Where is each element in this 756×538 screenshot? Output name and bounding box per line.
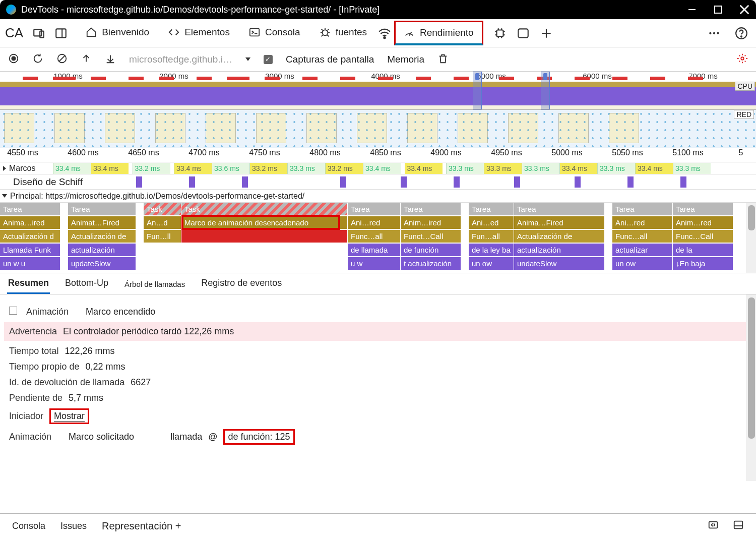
- help-icon[interactable]: [735, 27, 748, 40]
- flame-cell[interactable]: Marco de animación desencadenado: [181, 216, 348, 229]
- clear-button[interactable]: [56, 53, 68, 66]
- frame-chip[interactable]: 33.2 ms: [249, 163, 287, 174]
- flame-cell[interactable]: Tarea: [68, 203, 136, 215]
- flame-cell[interactable]: Tarea: [514, 203, 605, 215]
- overview-handle-left[interactable]: [473, 72, 482, 109]
- memory-chip-icon[interactable]: [493, 27, 507, 40]
- flame-cell[interactable]: Anima…Fired: [514, 216, 605, 229]
- screenshot-thumb[interactable]: [105, 113, 135, 143]
- screenshot-thumb[interactable]: [155, 113, 185, 143]
- flame-cell[interactable]: Tarea: [348, 203, 401, 215]
- download-icon[interactable]: [105, 53, 116, 66]
- timeline-overview[interactable]: 1000 ms 2000 ms 3000 ms 4000 ms 5000 ms …: [0, 72, 756, 110]
- flame-cell[interactable]: Func…all: [612, 230, 673, 243]
- flame-cell[interactable]: Funct…Call: [401, 230, 461, 243]
- tab-elements[interactable]: Elementos: [160, 22, 238, 44]
- flame-cell[interactable]: actualizar: [612, 244, 673, 256]
- flame-cell[interactable]: undateSlow: [514, 257, 605, 270]
- flame-cell[interactable]: Anima…ired: [0, 216, 60, 229]
- window-minimize-button[interactable]: [686, 4, 698, 15]
- capture-settings-icon[interactable]: [737, 53, 748, 66]
- flame-cell[interactable]: de la ley ba: [469, 244, 514, 256]
- frame-chip[interactable]: 33.4 ms: [91, 163, 129, 174]
- drawer-issues-tab[interactable]: Issues: [60, 521, 87, 531]
- record-button[interactable]: [8, 53, 19, 66]
- flame-cell[interactable]: Ani…red: [348, 216, 401, 229]
- memory-label[interactable]: Memoria: [387, 54, 424, 65]
- flame-cell[interactable]: un ow: [469, 257, 514, 270]
- upload-icon[interactable]: [81, 53, 92, 66]
- flame-cell[interactable]: Actualización d: [0, 230, 60, 243]
- window-close-button[interactable]: [739, 4, 750, 15]
- flame-cell[interactable]: Llamada Funk: [0, 244, 60, 256]
- tab-console[interactable]: Consola: [241, 22, 308, 44]
- drawer-rendering-tab[interactable]: Representación +: [102, 520, 181, 532]
- flame-cell[interactable]: An…d: [144, 216, 181, 229]
- flame-cell[interactable]: Anim…ired: [401, 216, 461, 229]
- dock-side-icon[interactable]: [54, 27, 68, 40]
- screenshot-thumb[interactable]: [54, 113, 85, 143]
- flame-cell[interactable]: Tarea: [469, 203, 514, 215]
- screenshot-thumb[interactable]: [558, 113, 589, 143]
- flame-cell[interactable]: ↓En baja: [673, 257, 733, 270]
- frame-chip[interactable]: 33.4 ms: [559, 163, 597, 174]
- tab-calltree[interactable]: Árbol de llamadas: [123, 276, 186, 294]
- flame-cell[interactable]: Animat…Fired: [68, 216, 136, 229]
- screenshot-thumb[interactable]: [609, 113, 639, 143]
- network-conditions-icon[interactable]: [378, 27, 391, 40]
- reload-record-button[interactable]: [32, 53, 43, 66]
- screenshot-thumb[interactable]: [306, 113, 337, 143]
- flame-cell[interactable]: t actualización: [401, 257, 461, 270]
- flame-cell[interactable]: actualización: [514, 244, 605, 256]
- flame-cell[interactable]: de llamada: [348, 244, 401, 256]
- screenshot-thumb[interactable]: [357, 113, 387, 143]
- screenshot-thumb[interactable]: [407, 113, 437, 143]
- screenshot-thumb[interactable]: [508, 113, 538, 143]
- flame-cell[interactable]: Func…Call: [673, 230, 733, 243]
- frame-chip[interactable]: 33.4 ms: [635, 163, 673, 174]
- window-maximize-button[interactable]: [713, 4, 724, 15]
- tab-sources[interactable]: fuentes: [311, 22, 375, 44]
- device-toolbar-icon[interactable]: [32, 27, 45, 40]
- more-menu-icon[interactable]: [708, 27, 721, 40]
- tab-welcome[interactable]: Bienvenido: [78, 22, 157, 44]
- flame-cell[interactable]: Fun…ll: [144, 230, 181, 243]
- expand-frames-icon[interactable]: [3, 166, 6, 171]
- function-link[interactable]: de función: 125: [228, 432, 290, 442]
- screenshot-thumb[interactable]: [206, 113, 236, 143]
- flame-cell[interactable]: Ani…ed: [469, 216, 514, 229]
- screenshot-thumb[interactable]: [458, 113, 488, 143]
- frame-chip[interactable]: 33.2 ms: [133, 163, 170, 174]
- tab-eventlog[interactable]: Registro de eventos: [200, 274, 283, 294]
- drawer-console-tab[interactable]: Consola: [12, 521, 45, 531]
- app-panel-icon[interactable]: [517, 27, 530, 40]
- flame-cell[interactable]: de la: [673, 244, 733, 256]
- layout-shifts-track[interactable]: Diseño de Schiff: [0, 174, 756, 190]
- frames-track[interactable]: Marcos 33.4 ms33.4 ms33.2 ms33.4 ms33.6 …: [0, 162, 756, 174]
- frame-chip[interactable]: 33.3 ms: [597, 163, 635, 174]
- overview-handle-right[interactable]: [541, 72, 550, 109]
- flame-cell[interactable]: updateSlow: [68, 257, 136, 270]
- screenshots-strip[interactable]: RED: [0, 110, 756, 148]
- drawer-expand-icon[interactable]: [708, 519, 719, 533]
- frame-chip[interactable]: 33.4 ms: [363, 163, 401, 174]
- flame-cell[interactable]: Anim…red: [673, 216, 733, 229]
- detail-ruler[interactable]: 4550 ms 4600 ms 4650 ms 4700 ms 4750 ms …: [0, 148, 756, 162]
- drawer-dock-icon[interactable]: [733, 519, 744, 533]
- recording-dropdown-icon[interactable]: [245, 57, 250, 61]
- frame-chip[interactable]: 33.3 ms: [673, 163, 711, 174]
- add-tab-icon[interactable]: [540, 27, 553, 40]
- flame-cell[interactable]: Tarea: [673, 203, 733, 215]
- trash-icon[interactable]: [437, 53, 449, 66]
- flame-cell[interactable]: Fun…all: [469, 230, 514, 243]
- tab-bottomup[interactable]: Bottom-Up: [64, 274, 109, 294]
- screenshot-thumb[interactable]: [256, 113, 286, 143]
- flame-cell[interactable]: Tarea: [401, 203, 461, 215]
- collapse-main-icon[interactable]: [2, 194, 7, 198]
- main-thread-header[interactable]: Principal: https://microsoftedge.github.…: [0, 190, 756, 203]
- flame-cell[interactable]: de función: [401, 244, 461, 256]
- flame-cell[interactable]: Task: [181, 203, 348, 215]
- flame-cell[interactable]: un ow: [612, 257, 673, 270]
- flame-cell[interactable]: Actualización de: [68, 230, 136, 243]
- flame-cell[interactable]: un w u: [0, 257, 60, 270]
